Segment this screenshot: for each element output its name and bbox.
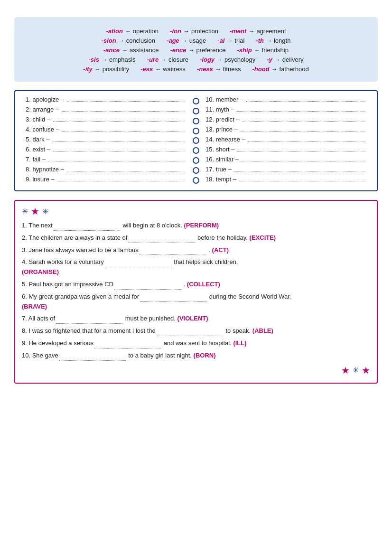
- sentence-line: 5. Paul has got an impressive CD . (COLL…: [22, 280, 370, 290]
- answer-blank[interactable]: [105, 261, 171, 267]
- suffix-item: -age → usage: [167, 37, 206, 44]
- exercise1-item-label: 4. confuse –: [26, 126, 59, 133]
- answer-line[interactable]: [237, 111, 365, 112]
- exercise1-divider: [190, 96, 202, 186]
- answer-line[interactable]: [239, 181, 365, 181]
- sentence-before: 2. The children are always in a state of: [22, 234, 127, 241]
- answer-blank[interactable]: [114, 283, 181, 290]
- answer-line[interactable]: [57, 181, 185, 181]
- answer-blank[interactable]: [94, 342, 161, 348]
- star-icon-2: ★: [31, 206, 39, 217]
- suffix-item: -sion → conclusion: [102, 37, 156, 44]
- suffix-row: -sis → emphasis-ure → closure-logy → psy…: [24, 56, 368, 63]
- suffix-key: -ion: [170, 28, 181, 35]
- answer-blank[interactable]: [59, 355, 126, 361]
- suffix-key: -ence: [170, 47, 186, 54]
- answer-blank[interactable]: [54, 225, 120, 231]
- answer-blank[interactable]: [56, 318, 122, 324]
- exercise1-item-label: 5. dark –: [26, 136, 50, 143]
- answer-line[interactable]: [246, 101, 365, 102]
- sentence-line: 4. Sarah works for a voluntary that help…: [22, 257, 370, 277]
- answer-line[interactable]: [53, 151, 185, 151]
- exercise1-right-item: 17. true –: [205, 166, 366, 173]
- exercise1-left-item: 3. child –: [26, 116, 187, 123]
- answer-line[interactable]: [62, 131, 185, 132]
- circle-connector: [193, 118, 199, 124]
- exercise1-item-label: 16. similar –: [205, 156, 239, 163]
- exercise1-left-item: 4. confuse –: [26, 126, 187, 133]
- suffix-arrow: →: [215, 66, 221, 73]
- suffix-key: -ness: [197, 66, 213, 73]
- answer-line[interactable]: [243, 121, 365, 122]
- suffix-arrow: →: [274, 56, 280, 63]
- answer-line[interactable]: [67, 101, 185, 102]
- answer-line[interactable]: [242, 161, 365, 161]
- suffix-key: -age: [167, 37, 179, 44]
- suffix-key: -ance: [103, 47, 120, 54]
- sentence-keyword: (EXCITE): [250, 234, 276, 241]
- sentence-line: 3. Jane has always wanted to be a famous…: [22, 245, 370, 255]
- suffix-val: usage: [189, 37, 206, 44]
- suffix-key: -sion: [102, 37, 116, 44]
- answer-blank[interactable]: [140, 249, 206, 255]
- exercise1-left-item: 1. apologize –: [26, 96, 187, 103]
- suffix-arrow: →: [271, 66, 278, 73]
- exercise1-right-item: 16. similar –: [205, 156, 366, 163]
- exercise1-item-label: 8. hypnotize –: [26, 166, 64, 173]
- sentence-middle: during the Second World War.: [209, 293, 291, 300]
- answer-blank[interactable]: [128, 237, 195, 243]
- exercise1-item-label: 15. short –: [205, 146, 234, 153]
- sentence-middle: will begin at 8 o'clock.: [122, 222, 182, 229]
- suffix-val: closure: [168, 56, 188, 63]
- sentence-line: 9. He developed a serious and was sent t…: [22, 339, 370, 348]
- sentence-middle: .: [184, 281, 186, 288]
- exercise1-item-label: 18. tempt –: [205, 176, 236, 183]
- answer-line[interactable]: [248, 141, 365, 141]
- exercise1-item-label: 17. true –: [205, 166, 232, 173]
- suffix-rows: -ation → operation-ion → protection-ment…: [24, 28, 368, 73]
- suffix-row: -ance → assistance-ence → preference-shi…: [24, 47, 368, 54]
- exercise1-left-item: 5. dark –: [26, 136, 187, 143]
- answer-line[interactable]: [53, 141, 185, 141]
- suffix-val: operation: [133, 28, 159, 35]
- suffix-val: friendship: [262, 47, 289, 54]
- exercise1-left-item: 8. hypnotize –: [26, 166, 187, 173]
- answer-line[interactable]: [237, 151, 365, 151]
- suffix-val: conclusion: [126, 37, 155, 44]
- exercise1-item-label: 12. predict –: [205, 116, 240, 123]
- sentence-middle: .: [208, 246, 210, 254]
- answer-blank[interactable]: [140, 296, 206, 302]
- circle-connector: [193, 137, 199, 144]
- suffix-key: -al: [217, 37, 224, 44]
- answer-line[interactable]: [234, 171, 365, 171]
- answer-line[interactable]: [62, 111, 185, 112]
- exercise1-right-item: 18. tempt –: [205, 176, 366, 183]
- sentence-line: 2. The children are always in a state of…: [22, 233, 370, 243]
- suffix-arrow: →: [160, 56, 167, 63]
- answer-line[interactable]: [48, 161, 185, 161]
- circle-connector: [193, 157, 199, 164]
- suffix-key: -th: [256, 37, 264, 44]
- suffix-key: -ity: [83, 66, 93, 73]
- sentence-middle: and was sent to hospital.: [164, 339, 232, 347]
- answer-line[interactable]: [241, 131, 365, 132]
- sentence-line: 10. She gave to a baby girl last night. …: [22, 351, 370, 361]
- answer-line[interactable]: [53, 121, 185, 122]
- suffix-key: -ation: [106, 28, 122, 35]
- suffix-val: trial: [234, 37, 244, 44]
- stars-top: ✳ ★ ✳: [22, 206, 370, 217]
- suffix-key: -y: [267, 56, 272, 63]
- sentence-keyword: (ACT): [212, 246, 229, 254]
- sentences-container: 1. The next will begin at 8 o'clock. (PE…: [22, 221, 370, 361]
- answer-line[interactable]: [67, 171, 185, 171]
- sentence-before: 10. She gave: [22, 352, 58, 359]
- exercise1-left-item: 2. arrange –: [26, 106, 187, 113]
- suffix-row: -ity → possibility-ess → waitress-ness →…: [24, 66, 368, 73]
- sentence-before: 8. I was so frightened that for a moment…: [22, 327, 156, 334]
- answer-blank[interactable]: [157, 330, 223, 336]
- suffix-arrow: →: [188, 47, 194, 54]
- sentence-line: 7. All acts of must be punished. (VIOLEN…: [22, 314, 370, 324]
- circle-connector: [193, 147, 199, 154]
- exercise1-item-label: 6. exist –: [26, 146, 50, 153]
- star-icon-b2: ✳: [353, 366, 359, 375]
